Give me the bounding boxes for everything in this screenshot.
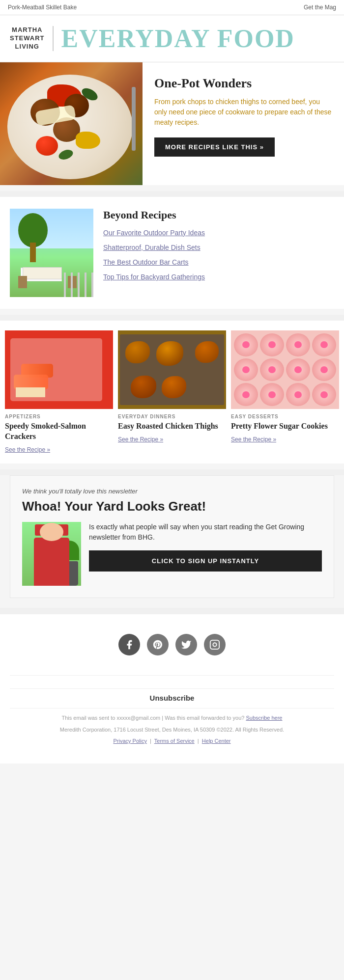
beyond-section: Beyond Recipes Our Favorite Outdoor Part… xyxy=(0,197,344,309)
newsletter-description: Is exactly what people will say when you… xyxy=(89,522,322,543)
beyond-links-list: Our Favorite Outdoor Party Ideas Shatter… xyxy=(103,228,334,281)
top-nav-left-link[interactable]: Pork-Meatball Skillet Bake xyxy=(8,4,77,11)
recipe-image-1 xyxy=(5,330,113,409)
footer: Unsubscribe This email was sent to xxxxx… xyxy=(0,614,344,763)
hero-content: One-Pot Wonders From pork chops to chick… xyxy=(143,62,344,185)
newsletter-text: Is exactly what people will say when you… xyxy=(89,522,322,572)
list-item: Our Favorite Outdoor Party Ideas xyxy=(103,228,334,237)
pinterest-icon[interactable] xyxy=(147,634,169,655)
recipe-link-3[interactable]: See the Recipe » xyxy=(231,436,276,443)
twitter-icon[interactable] xyxy=(175,634,197,655)
publication-title: EVERYDAY FOOD xyxy=(61,24,295,53)
newsletter-image xyxy=(22,522,81,586)
recipe-category-2: EVERYDAY DINNERS xyxy=(118,414,226,419)
top-nav-right-link[interactable]: Get the Mag xyxy=(304,4,336,11)
subscribe-here-link[interactable]: Subscribe here xyxy=(246,715,282,721)
newsletter-body: Is exactly what people will say when you… xyxy=(22,522,322,586)
hero-title: One-Pot Wonders xyxy=(154,76,332,91)
beyond-link-3[interactable]: The Best Outdoor Bar Carts xyxy=(103,258,189,266)
more-recipes-button[interactable]: MORE RECIPES LIKE THIS » xyxy=(154,137,275,157)
recipe-name-3: Pretty Flower Sugar Cookies xyxy=(231,421,339,432)
list-item: Top Tips for Backyard Gatherings xyxy=(103,272,334,281)
list-item: The Best Outdoor Bar Carts xyxy=(103,258,334,267)
section-divider-2 xyxy=(0,315,344,321)
header: MARTHA STEWART LIVING EVERYDAY FOOD xyxy=(0,15,344,62)
footer-legal-1: This email was sent to xxxxx@gmail.com |… xyxy=(10,713,334,723)
svg-rect-0 xyxy=(210,640,219,649)
social-icons xyxy=(10,624,334,665)
terms-link[interactable]: Terms of Service xyxy=(154,738,195,744)
instagram-icon[interactable] xyxy=(204,634,226,655)
unsubscribe-link[interactable]: Unsubscribe xyxy=(10,694,334,702)
section-divider-1 xyxy=(0,191,344,197)
recipe-card-2: EVERYDAY DINNERS Easy Roasted Chicken Th… xyxy=(118,330,226,454)
hero-description: From pork chops to chicken thighs to cor… xyxy=(154,97,332,128)
recipe-card-1: APPETIZERS Speedy Smoked-Salmon Crackers… xyxy=(5,330,113,454)
beyond-link-2[interactable]: Shatterproof, Durable Dish Sets xyxy=(103,244,201,251)
recipe-category-1: APPETIZERS xyxy=(5,414,113,419)
newsletter-section: We think you'll totally love this newsle… xyxy=(10,475,334,598)
help-link[interactable]: Help Center xyxy=(202,738,231,744)
recipe-image-3 xyxy=(231,330,339,409)
footer-legal-links: Privacy Policy | Terms of Service | Help… xyxy=(10,736,334,746)
newsletter-headline: Whoa! Your Yard Looks Great! xyxy=(22,499,322,514)
facebook-icon[interactable] xyxy=(118,634,140,655)
brand-name: MARTHA STEWART LIVING xyxy=(10,26,54,51)
recipe-name-2: Easy Roasted Chicken Thighs xyxy=(118,421,226,432)
section-divider-4 xyxy=(0,608,344,614)
recipe-grid: APPETIZERS Speedy Smoked-Salmon Crackers… xyxy=(0,321,344,463)
beyond-link-4[interactable]: Top Tips for Backyard Gatherings xyxy=(103,273,205,281)
unsubscribe-section: Unsubscribe This email was sent to xxxxx… xyxy=(10,675,334,754)
recipe-category-3: EASY DESSERTS xyxy=(231,414,339,419)
recipe-image-2 xyxy=(118,330,226,409)
section-divider-3 xyxy=(0,469,344,475)
top-nav: Pork-Meatball Skillet Bake Get the Mag xyxy=(0,0,344,15)
list-item: Shatterproof, Durable Dish Sets xyxy=(103,243,334,252)
recipe-card-3: EASY DESSERTS Pretty Flower Sugar Cookie… xyxy=(231,330,339,454)
newsletter-intro: We think you'll totally love this newsle… xyxy=(22,488,322,495)
beyond-image xyxy=(10,209,93,297)
recipe-link-1[interactable]: See the Recipe » xyxy=(5,446,50,453)
newsletter-cta-button[interactable]: CLICK TO SIGN UP INSTANTLY xyxy=(89,550,322,572)
beyond-link-1[interactable]: Our Favorite Outdoor Party Ideas xyxy=(103,229,205,237)
recipe-link-2[interactable]: See the Recipe » xyxy=(118,436,163,443)
recipe-name-1: Speedy Smoked-Salmon Crackers xyxy=(5,421,113,442)
beyond-title: Beyond Recipes xyxy=(103,209,334,221)
hero-section: One-Pot Wonders From pork chops to chick… xyxy=(0,62,344,185)
hero-image xyxy=(0,62,143,185)
beyond-content: Beyond Recipes Our Favorite Outdoor Part… xyxy=(103,209,334,287)
privacy-policy-link[interactable]: Privacy Policy xyxy=(113,738,146,744)
footer-legal-2: Meredith Corporation, 1716 Locust Street… xyxy=(10,725,334,735)
